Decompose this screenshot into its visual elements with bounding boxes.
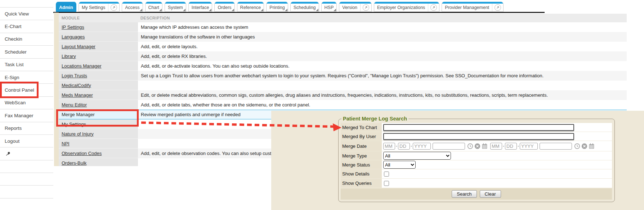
tab-external-link[interactable] bbox=[428, 4, 439, 12]
app-window: Quick View E-Chart Checkin Scheduler Tas… bbox=[0, 0, 644, 210]
module-cell: Locations Manager bbox=[59, 61, 138, 71]
merged-to-chart-input[interactable] bbox=[383, 124, 574, 131]
table-row-ip-settings: IP Settings Manage which IP addresses ca… bbox=[59, 22, 627, 32]
external-link-icon bbox=[363, 4, 369, 11]
sidebar-item-checkin[interactable]: Checkin bbox=[0, 33, 53, 46]
show-details-checkbox[interactable] bbox=[384, 172, 389, 177]
calendar-icon[interactable] bbox=[482, 143, 488, 149]
tab-label: Version bbox=[339, 4, 360, 12]
sidebar-item-scheduler[interactable]: Scheduler bbox=[0, 46, 53, 58]
month-input[interactable] bbox=[383, 143, 395, 150]
table-row-library: Library Add, edit, or delete RX librarie… bbox=[59, 51, 627, 61]
time-input[interactable] bbox=[540, 143, 572, 150]
tab-printing[interactable]: Printing bbox=[266, 2, 288, 12]
module-link-locations-manager[interactable]: Locations Manager bbox=[62, 63, 102, 69]
clear-button[interactable]: Clear bbox=[480, 190, 501, 198]
merge-date-label: Merge Date bbox=[341, 141, 382, 151]
show-details-label: Show Details bbox=[341, 169, 382, 178]
tab-scheduling[interactable]: Scheduling bbox=[290, 2, 319, 12]
tab-label: Admin bbox=[56, 4, 76, 12]
merged-by-user-label: Merged By User bbox=[341, 132, 382, 141]
merge-type-select[interactable]: All bbox=[383, 152, 451, 160]
module-link-meds-manager[interactable]: Meds Manager bbox=[62, 92, 93, 98]
year-input[interactable] bbox=[520, 143, 538, 150]
module-link-library[interactable]: Library bbox=[62, 54, 76, 59]
module-link-my-settings[interactable]: My Settings bbox=[62, 122, 86, 127]
tab-admin[interactable]: Admin bbox=[56, 2, 76, 12]
clock-icon[interactable] bbox=[574, 143, 580, 149]
month-input[interactable] bbox=[490, 143, 502, 150]
tab-hsp[interactable]: HSP bbox=[321, 2, 337, 12]
tab-external-link[interactable] bbox=[360, 4, 371, 12]
module-link-login-trusts[interactable]: Login Trusts bbox=[62, 73, 87, 78]
date-separator: - bbox=[396, 143, 397, 149]
description-cell: Add, edit, or delete RX libraries. bbox=[138, 51, 627, 61]
sidebar-item-e-sign[interactable]: E-Sign bbox=[0, 71, 53, 84]
module-link-languages[interactable]: Languages bbox=[62, 34, 85, 40]
tab-my-settings[interactable]: My Settings bbox=[79, 2, 120, 12]
merge-log-search-panel: Patient Merge Log Search Merged To Chart… bbox=[271, 111, 644, 210]
external-link-icon bbox=[430, 4, 437, 11]
sidebar-item-logout[interactable]: Logout bbox=[0, 135, 53, 147]
module-link-layout-manager[interactable]: Layout Manager bbox=[62, 44, 95, 49]
sidebar-item-quick-view[interactable]: Quick View bbox=[0, 8, 53, 20]
module-link-menu-editor[interactable]: Menu Editor bbox=[62, 102, 87, 108]
table-row-locations-manager: Locations Manager Add, edit, or de-activ… bbox=[59, 61, 627, 71]
table-row-medicalcodify: MedicalCodify bbox=[59, 81, 627, 90]
sidebar-item-webscan[interactable]: WebScan bbox=[0, 97, 53, 109]
pin-icon[interactable] bbox=[5, 151, 11, 156]
tab-label: Provider Management bbox=[442, 4, 492, 12]
sidebar-item-fax-manager[interactable]: Fax Manager bbox=[0, 109, 53, 122]
table-row-languages: Languages Manage translations of the sof… bbox=[59, 32, 627, 42]
tab-access[interactable]: Access bbox=[122, 2, 143, 12]
module-link-orders-bulk[interactable]: Orders-Bulk bbox=[62, 160, 86, 166]
sidebar-item-label: Task List bbox=[5, 62, 24, 67]
form-row: Merge Type All bbox=[341, 151, 612, 160]
sidebar-item-label: E-Chart bbox=[5, 24, 22, 29]
show-queries-checkbox[interactable] bbox=[384, 181, 389, 186]
module-link-ip-settings[interactable]: IP Settings bbox=[62, 24, 84, 30]
module-cell: NPI bbox=[59, 139, 138, 149]
clock-icon[interactable] bbox=[467, 143, 473, 149]
clear-circle-icon[interactable] bbox=[474, 143, 480, 149]
form-row: Merged To Chart bbox=[341, 123, 612, 132]
tab-external-link[interactable] bbox=[108, 4, 119, 12]
calendar-icon[interactable] bbox=[589, 143, 595, 149]
date-separator: - bbox=[411, 143, 412, 149]
description-column-header: DESCRIPTION bbox=[140, 16, 170, 20]
tab-system[interactable]: System bbox=[165, 2, 186, 12]
module-cell: MedicalCodify bbox=[59, 81, 138, 90]
sidebar-item-control-panel[interactable]: Control Panel bbox=[0, 84, 53, 96]
tab-employer-organizations[interactable]: Employer Organizations bbox=[374, 2, 439, 12]
tab-interface[interactable]: Interface bbox=[188, 2, 213, 12]
day-input[interactable] bbox=[505, 143, 517, 150]
merge-log-search-fieldset: Patient Merge Log Search Merged To Chart… bbox=[338, 116, 615, 202]
tab-label: Access bbox=[122, 4, 142, 12]
tab-orders[interactable]: Orders bbox=[214, 2, 234, 12]
module-cell: Observation Codes bbox=[59, 149, 138, 158]
module-link-nature-of-injury[interactable]: Nature of Injury bbox=[62, 131, 94, 137]
clear-circle-icon[interactable] bbox=[581, 143, 587, 149]
tab-version[interactable]: Version bbox=[339, 2, 372, 12]
merged-by-user-input[interactable] bbox=[383, 133, 574, 140]
year-input[interactable] bbox=[413, 143, 431, 150]
admin-tab-bar: Admin My Settings Access Chart System In… bbox=[56, 2, 504, 12]
search-button[interactable]: Search bbox=[452, 190, 477, 198]
module-link-merge-manager[interactable]: Merge Manager bbox=[62, 112, 95, 117]
time-input[interactable] bbox=[433, 143, 465, 150]
tab-label: Chart bbox=[146, 4, 162, 12]
tab-label: System bbox=[165, 4, 186, 12]
module-link-medicalcodify[interactable]: MedicalCodify bbox=[62, 83, 91, 88]
tab-provider-management[interactable]: Provider Management bbox=[442, 2, 504, 12]
module-link-observation-codes[interactable]: Observation Codes bbox=[62, 151, 102, 156]
module-link-npi[interactable]: NPI bbox=[62, 141, 70, 146]
sidebar-item-task-list[interactable]: Task List bbox=[0, 59, 53, 71]
merge-status-select[interactable]: All bbox=[383, 161, 416, 169]
day-input[interactable] bbox=[398, 143, 410, 150]
tab-reference[interactable]: Reference bbox=[237, 2, 264, 12]
tab-chart[interactable]: Chart bbox=[145, 2, 163, 12]
tab-external-link[interactable] bbox=[492, 4, 503, 12]
sidebar-item-e-chart[interactable]: E-Chart bbox=[0, 20, 53, 33]
sidebar-item-reports[interactable]: Reports bbox=[0, 122, 53, 135]
description-cell: Manage translations of the software in o… bbox=[138, 32, 627, 42]
